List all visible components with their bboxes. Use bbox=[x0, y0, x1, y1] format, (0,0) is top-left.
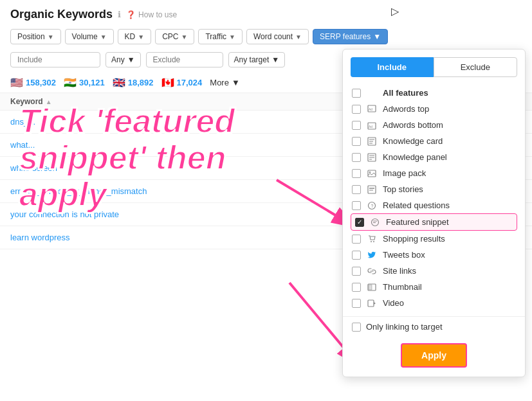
checkbox-shopping-results[interactable] bbox=[352, 235, 361, 244]
page-title: Organic Keywords bbox=[10, 8, 113, 21]
knowledge-panel-icon bbox=[366, 153, 378, 162]
serp-filter-arrow: ▼ bbox=[373, 32, 381, 41]
any-select[interactable]: Any ▼ bbox=[105, 52, 141, 67]
feature-shopping-results[interactable]: Shopping results bbox=[351, 231, 517, 247]
svg-rect-26 bbox=[369, 285, 372, 290]
feature-tweets-box[interactable]: Tweets box bbox=[351, 247, 517, 263]
tweets-box-label: Tweets box bbox=[383, 250, 425, 260]
only-linking-label: Only linking to target bbox=[366, 322, 443, 332]
traffic-filter[interactable]: Traffic ▼ bbox=[198, 29, 243, 44]
featured-snippet-label: Featured snippet bbox=[386, 217, 449, 227]
top-stories-label: Top stories bbox=[383, 184, 423, 194]
keyword-link[interactable]: dns_... bbox=[10, 117, 393, 127]
knowledge-card-icon bbox=[366, 137, 378, 146]
svg-point-23 bbox=[371, 241, 372, 242]
position-filter[interactable]: Position ▼ bbox=[10, 29, 61, 44]
checkbox-site-links[interactable] bbox=[352, 267, 361, 276]
country-ca[interactable]: 🇨🇦 17,024 bbox=[161, 76, 203, 89]
svg-text:Ad: Ad bbox=[369, 107, 372, 111]
help-link[interactable]: ❓ How to use bbox=[126, 10, 177, 19]
checkbox-knowledge-panel[interactable] bbox=[352, 153, 361, 162]
featured-snippet-icon bbox=[369, 218, 381, 227]
info-icon: ℹ bbox=[118, 10, 121, 19]
feature-site-links[interactable]: Site links bbox=[351, 263, 517, 279]
feature-featured-snippet[interactable]: ✓ Featured snippet bbox=[351, 213, 517, 231]
adwords-bottom-icon: Ad bbox=[366, 121, 378, 130]
feature-top-stories[interactable]: Top stories bbox=[351, 181, 517, 197]
keyword-link[interactable]: your connection is not private bbox=[10, 209, 393, 219]
svg-marker-28 bbox=[374, 302, 376, 305]
kd-filter[interactable]: KD ▼ bbox=[118, 29, 152, 44]
feature-knowledge-card[interactable]: Knowledge card bbox=[351, 133, 517, 149]
feature-knowledge-panel[interactable]: Knowledge panel bbox=[351, 149, 517, 165]
wordcount-filter-arrow: ▼ bbox=[295, 33, 302, 40]
all-features-label: All features bbox=[383, 88, 428, 98]
country-in[interactable]: 🇮🇳 30,121 bbox=[64, 76, 105, 89]
video-label: Video bbox=[383, 298, 404, 308]
us-flag: 🇺🇸 bbox=[10, 76, 23, 89]
adwords-top-label: Adwords top bbox=[383, 104, 429, 114]
feature-list: All features Ad Adwords top Ad Adwords b… bbox=[343, 82, 525, 314]
more-button[interactable]: More ▼ bbox=[210, 78, 240, 87]
serp-dropdown: Include Exclude All features Ad Adwords … bbox=[342, 49, 526, 377]
tab-exclude[interactable]: Exclude bbox=[434, 57, 518, 77]
feature-adwords-top[interactable]: Ad Adwords top bbox=[351, 101, 517, 117]
site-links-icon bbox=[366, 267, 378, 276]
thumbnail-icon bbox=[366, 283, 378, 292]
feature-adwords-bottom[interactable]: Ad Adwords bottom bbox=[351, 117, 517, 133]
svg-text:Ad: Ad bbox=[369, 125, 372, 129]
keyword-link[interactable]: what... bbox=[10, 140, 393, 150]
checkbox-top-stories[interactable] bbox=[352, 185, 361, 194]
svg-rect-27 bbox=[368, 300, 374, 307]
page-header: Organic Keywords ℹ ❓ How to use ▷ bbox=[0, 0, 532, 26]
adwords-bottom-label: Adwords bottom bbox=[383, 120, 443, 130]
tab-include[interactable]: Include bbox=[351, 57, 434, 77]
in-count: 30,121 bbox=[79, 78, 105, 87]
checkbox-adwords-bottom[interactable] bbox=[352, 121, 361, 130]
checkbox-tweets-box[interactable] bbox=[352, 251, 361, 260]
volume-filter-arrow: ▼ bbox=[100, 33, 107, 40]
feature-related-questions[interactable]: ? Related questions bbox=[351, 197, 517, 213]
country-us[interactable]: 🇺🇸 158,302 bbox=[10, 76, 56, 89]
include-input[interactable] bbox=[10, 52, 100, 67]
exclude-input[interactable] bbox=[146, 52, 223, 67]
feature-video[interactable]: Video bbox=[351, 295, 517, 311]
keyword-link[interactable]: err_ssl_version_or_cipher_mismatch bbox=[10, 186, 393, 196]
any-target-arrow: ▼ bbox=[271, 55, 279, 64]
cpc-filter[interactable]: CPC ▼ bbox=[155, 29, 194, 44]
checkbox-only-linking[interactable] bbox=[352, 323, 361, 332]
checkbox-video[interactable] bbox=[352, 299, 361, 308]
wordcount-filter[interactable]: Word count ▼ bbox=[246, 29, 309, 44]
checkbox-image-pack[interactable] bbox=[352, 169, 361, 178]
image-pack-icon bbox=[366, 169, 378, 178]
more-arrow: ▼ bbox=[232, 78, 240, 87]
keyword-link[interactable]: white screen bbox=[10, 163, 393, 173]
feature-image-pack[interactable]: Image pack bbox=[351, 165, 517, 181]
checkbox-knowledge-card[interactable] bbox=[352, 137, 361, 146]
checkbox-featured-snippet[interactable]: ✓ bbox=[355, 218, 364, 227]
country-gb[interactable]: 🇬🇧 18,892 bbox=[113, 76, 154, 89]
svg-rect-15 bbox=[368, 186, 376, 193]
checkbox-thumbnail[interactable] bbox=[352, 283, 361, 292]
knowledge-panel-label: Knowledge panel bbox=[383, 152, 447, 162]
svg-text:?: ? bbox=[371, 204, 374, 208]
site-links-label: Site links bbox=[383, 266, 416, 276]
feature-thumbnail[interactable]: Thumbnail bbox=[351, 279, 517, 295]
any-target-select[interactable]: Any target ▼ bbox=[228, 52, 286, 67]
feature-all-features[interactable]: All features bbox=[351, 85, 517, 101]
serp-features-filter[interactable]: SERP features ▼ bbox=[313, 29, 388, 44]
in-flag: 🇮🇳 bbox=[64, 76, 77, 89]
checkbox-all-features[interactable] bbox=[352, 89, 361, 98]
related-questions-icon: ? bbox=[366, 201, 378, 210]
checkbox-adwords-top[interactable] bbox=[352, 105, 361, 114]
question-icon: ❓ bbox=[126, 10, 136, 19]
volume-filter[interactable]: Volume ▼ bbox=[65, 29, 114, 44]
top-stories-icon bbox=[366, 185, 378, 194]
checkbox-related-questions[interactable] bbox=[352, 201, 361, 210]
apply-button[interactable]: Apply bbox=[401, 343, 467, 368]
keyword-link[interactable]: learn wordpress bbox=[10, 233, 393, 242]
col-keyword: Keyword ▲ bbox=[10, 97, 393, 106]
svg-point-14 bbox=[369, 171, 371, 172]
apply-row: Apply bbox=[343, 337, 525, 377]
related-questions-label: Related questions bbox=[383, 201, 450, 210]
